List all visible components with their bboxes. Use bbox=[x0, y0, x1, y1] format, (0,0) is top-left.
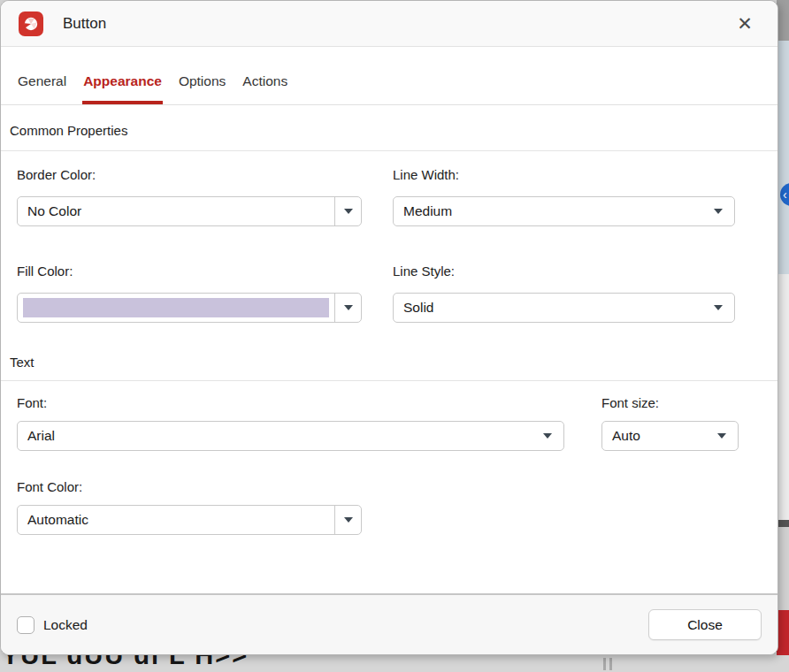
section-common-properties: Common Properties bbox=[1, 105, 778, 151]
background-strip-mid bbox=[777, 274, 789, 520]
background-app-right-edge bbox=[777, 0, 789, 659]
field-font-size: Font size: Auto bbox=[601, 395, 739, 451]
dialog-tabbar: General Appearance Options Actions bbox=[1, 47, 778, 105]
scrollbar-tick bbox=[603, 658, 606, 670]
field-border-color: Border Color: No Color bbox=[17, 167, 362, 226]
fill-color-dropdown-arrow-button[interactable] bbox=[334, 294, 361, 322]
chevron-down-icon bbox=[344, 517, 353, 523]
field-font: Font: Arial bbox=[17, 395, 564, 451]
background-document-strip: YUL dUU dl L H>> bbox=[0, 655, 789, 672]
background-strip-top bbox=[777, 0, 789, 41]
tab-general[interactable]: General bbox=[17, 73, 67, 104]
fill-color-dropdown[interactable] bbox=[17, 293, 362, 323]
fill-color-swatch-area bbox=[18, 294, 334, 322]
fill-color-swatch bbox=[23, 298, 329, 317]
border-color-label: Border Color: bbox=[17, 167, 362, 182]
chevron-down-icon bbox=[714, 209, 723, 214]
row-border-linewidth: Border Color: No Color Line Width: Mediu… bbox=[1, 167, 778, 226]
dialog-content: Common Properties Border Color: No Color… bbox=[1, 105, 778, 593]
chevron-down-icon bbox=[344, 305, 353, 310]
section-text: Text bbox=[1, 323, 778, 381]
app-logo-icon bbox=[19, 11, 43, 36]
chevron-down-icon bbox=[714, 305, 723, 310]
line-style-label: Line Style: bbox=[393, 263, 735, 279]
close-button[interactable]: Close bbox=[648, 609, 762, 640]
background-clipped-document-text: YUL dUU dl L H>> bbox=[2, 655, 444, 671]
line-width-label: Line Width: bbox=[393, 167, 735, 182]
row-font-color: Font Color: Automatic bbox=[1, 479, 778, 535]
fill-color-label: Fill Color: bbox=[17, 263, 362, 279]
font-size-dropdown[interactable]: Auto bbox=[601, 421, 739, 451]
font-value: Arial bbox=[18, 428, 543, 444]
line-style-value: Solid bbox=[394, 300, 714, 316]
field-line-width: Line Width: Medium bbox=[393, 167, 735, 226]
close-icon[interactable]: ✕ bbox=[732, 11, 758, 37]
chevron-down-icon bbox=[543, 433, 552, 439]
border-color-dropdown[interactable]: No Color bbox=[17, 196, 362, 226]
field-font-color: Font Color: Automatic bbox=[17, 479, 362, 535]
field-line-style: Line Style: Solid bbox=[393, 263, 735, 323]
scrollbar-tick bbox=[609, 658, 612, 670]
background-strip-dark-line bbox=[777, 520, 789, 527]
locked-label: Locked bbox=[43, 617, 88, 633]
background-strip-lower bbox=[777, 527, 789, 610]
tab-appearance[interactable]: Appearance bbox=[82, 73, 163, 104]
button-properties-dialog: Button ✕ General Appearance Options Acti… bbox=[0, 0, 778, 655]
tab-actions[interactable]: Actions bbox=[241, 73, 288, 104]
font-color-dropdown-arrow-button[interactable] bbox=[334, 506, 361, 534]
chevron-down-icon bbox=[717, 433, 726, 439]
background-red-graphic bbox=[777, 610, 789, 659]
dialog-titlebar: Button ✕ bbox=[1, 1, 778, 47]
tab-options[interactable]: Options bbox=[178, 73, 226, 104]
field-fill-color: Fill Color: bbox=[17, 263, 362, 323]
row-fill-linestyle: Fill Color: Line Style: Solid bbox=[1, 263, 778, 323]
row-font: Font: Arial Font size: Auto bbox=[1, 395, 778, 451]
background-strip-blue bbox=[777, 41, 789, 274]
font-color-dropdown[interactable]: Automatic bbox=[17, 505, 362, 535]
font-size-label: Font size: bbox=[601, 395, 739, 410]
border-color-value: No Color bbox=[18, 197, 334, 225]
font-dropdown[interactable]: Arial bbox=[17, 421, 564, 451]
font-size-value: Auto bbox=[602, 428, 717, 444]
font-color-label: Font Color: bbox=[17, 479, 362, 494]
line-width-dropdown[interactable]: Medium bbox=[393, 196, 735, 226]
line-width-value: Medium bbox=[394, 203, 714, 219]
dialog-footer: Locked Close bbox=[1, 593, 778, 654]
dialog-title: Button bbox=[63, 15, 106, 33]
horizontal-scrollbar-handle[interactable] bbox=[603, 658, 612, 670]
locked-checkbox[interactable] bbox=[17, 616, 34, 634]
border-color-dropdown-arrow-button[interactable] bbox=[334, 197, 361, 225]
chevron-down-icon bbox=[344, 209, 353, 214]
font-label: Font: bbox=[17, 395, 564, 410]
line-style-dropdown[interactable]: Solid bbox=[393, 293, 735, 323]
font-color-value: Automatic bbox=[18, 506, 334, 534]
